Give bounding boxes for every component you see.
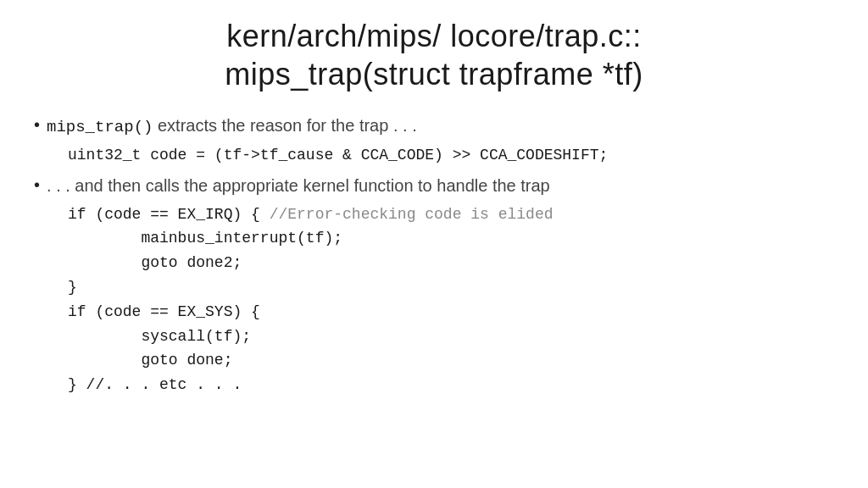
bullet-item-2: • . . . and then calls the appropriate k… <box>34 174 834 197</box>
code-block-2: if (code == EX_IRQ) { //Error-checking c… <box>68 202 834 397</box>
title-text: kern/arch/mips/ locore/trap.c:: mips_tra… <box>34 17 834 93</box>
bullet-2-text: . . . and then calls the appropriate ker… <box>47 174 550 197</box>
code-line-1: uint32_t code = (tf->tf_cause & CCA_CODE… <box>68 144 834 167</box>
code-line-2-8: } //. . . etc . . . <box>68 373 834 397</box>
code-line-2-5: if (code == EX_SYS) { <box>68 300 834 324</box>
bullet-dot-1: • <box>34 115 40 135</box>
code-block-1: uint32_t code = (tf->tf_cause & CCA_CODE… <box>68 144 834 167</box>
slide-title: kern/arch/mips/ locore/trap.c:: mips_tra… <box>34 17 834 93</box>
bullet-1-text: extracts the reason for the trap . . . <box>153 116 416 135</box>
code-line-2-4: } <box>68 275 834 300</box>
code-line-2-1: if (code == EX_IRQ) { //Error-checking c… <box>68 202 834 227</box>
bullet-dot-2: • <box>34 175 40 195</box>
code-line-2-2: mainbus_interrupt(tf); <box>68 226 834 251</box>
code-line-2-7: goto done; <box>68 348 834 373</box>
code-line-2-3: goto done2; <box>68 251 834 275</box>
code-line-2-6: syscall(tf); <box>68 324 834 349</box>
bullet-1-content: mips_trap() extracts the reason for the … <box>47 114 417 139</box>
inline-code-mips-trap: mips_trap() <box>47 118 153 136</box>
content-section: • mips_trap() extracts the reason for th… <box>34 114 834 397</box>
bullet-item-1: • mips_trap() extracts the reason for th… <box>34 114 834 139</box>
